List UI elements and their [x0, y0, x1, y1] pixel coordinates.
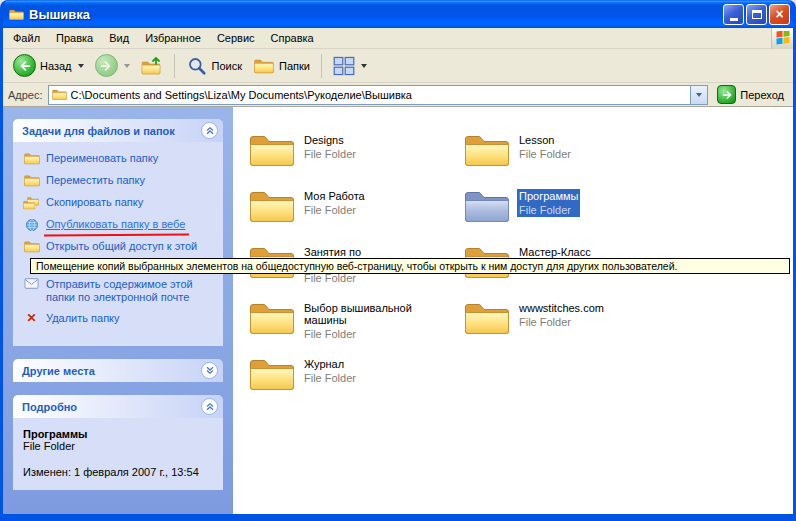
delete-x-icon: ✕	[23, 312, 40, 326]
go-label: Переход	[740, 89, 784, 101]
forward-icon	[95, 54, 118, 77]
go-button[interactable]: Переход	[713, 85, 788, 104]
menu-file[interactable]: Файл	[5, 29, 48, 47]
search-label: Поиск	[212, 60, 242, 72]
back-label: Назад	[40, 60, 72, 72]
chevron-down-icon[interactable]	[201, 362, 218, 379]
explorer-window: Вышивка × Файл Правка Вид Избранное Серв…	[0, 0, 796, 521]
menu-bar: Файл Правка Вид Избранное Сервис Справка	[3, 28, 793, 49]
minimize-button[interactable]	[723, 4, 744, 25]
views-dropdown-caret[interactable]	[361, 64, 367, 68]
task-rename-folder[interactable]: Переименовать папку	[23, 152, 217, 166]
file-tile[interactable]: Моя РаботаFile Folder	[249, 187, 454, 243]
folder-icon	[249, 299, 295, 337]
file-tasks-section: Задачи для файлов и папок Переименовать …	[13, 119, 223, 346]
search-button[interactable]: Поиск	[182, 54, 246, 78]
folders-icon	[253, 56, 275, 76]
file-tile[interactable]: DesignsFile Folder	[249, 131, 454, 187]
details-body: Программы File Folder Изменен: 1 февраля…	[13, 418, 223, 490]
main-area: Задачи для файлов и папок Переименовать …	[3, 107, 793, 514]
close-button[interactable]: ×	[769, 4, 790, 25]
file-list-area[interactable]: DesignsFile Folder LessonFile Folder Моя…	[233, 107, 793, 514]
file-tile[interactable]: ЖурналFile Folder	[249, 355, 454, 411]
details-name: Программы	[23, 428, 217, 440]
task-delete-folder[interactable]: ✕ Удалить папку	[23, 312, 217, 326]
windows-logo-icon	[771, 28, 793, 49]
menu-tools[interactable]: Сервис	[209, 29, 263, 47]
task-copy-folder[interactable]: Скопировать папку	[23, 196, 217, 210]
copy-folder-icon	[23, 196, 40, 210]
folder-icon	[464, 299, 510, 337]
folder-icon	[249, 131, 295, 169]
views-button[interactable]	[329, 54, 371, 78]
task-publish-folder[interactable]: Опубликовать папку в вебе	[23, 218, 217, 232]
file-tile[interactable]: wwwstitches.comFile Folder	[464, 299, 669, 355]
file-tasks-header[interactable]: Задачи для файлов и папок	[13, 119, 223, 142]
toolbar: Назад Поиск	[3, 49, 793, 83]
address-folder-icon	[52, 88, 67, 101]
window-folder-icon	[9, 8, 24, 21]
red-underline-annotation	[44, 233, 189, 236]
address-label: Адрес:	[8, 89, 43, 101]
menu-view[interactable]: Вид	[101, 29, 137, 47]
forward-button[interactable]	[91, 52, 134, 79]
details-header[interactable]: Подробно	[13, 395, 223, 418]
address-path[interactable]: C:\Documents and Settings\Liza\My Docume…	[71, 89, 687, 101]
task-email-folder[interactable]: Отправить содержимое этой папки по элект…	[23, 278, 217, 304]
folders-button[interactable]: Папки	[249, 54, 314, 78]
folder-icon	[249, 187, 295, 225]
rename-folder-icon	[23, 152, 40, 166]
file-tile-selected[interactable]: ПрограммыFile Folder	[464, 187, 669, 243]
go-icon	[717, 85, 736, 104]
email-icon	[23, 278, 40, 292]
file-tasks-title: Задачи для файлов и папок	[22, 125, 175, 137]
up-button[interactable]	[137, 54, 167, 78]
back-icon	[13, 54, 36, 77]
back-button[interactable]: Назад	[9, 52, 88, 79]
address-bar: Адрес: C:\Documents and Settings\Liza\My…	[3, 83, 793, 107]
task-pane: Задачи для файлов и папок Переименовать …	[3, 107, 233, 514]
details-type: File Folder	[23, 440, 217, 452]
share-folder-icon	[23, 240, 40, 254]
folder-icon	[464, 131, 510, 169]
forward-dropdown-caret[interactable]	[124, 64, 130, 68]
other-places-title: Другие места	[22, 365, 95, 377]
publish-tooltip: Помещение копий выбранных элементов на о…	[30, 258, 790, 274]
move-folder-icon	[23, 174, 40, 188]
search-icon	[186, 56, 208, 76]
chevron-up-icon[interactable]	[201, 122, 218, 139]
chevron-up-icon[interactable]	[201, 398, 218, 415]
views-icon	[333, 56, 355, 76]
folder-icon-selected	[464, 187, 510, 225]
up-folder-icon	[141, 56, 163, 76]
file-tile[interactable]: Выбор вышивальной машиныFile Folder	[249, 299, 454, 355]
back-dropdown-caret[interactable]	[78, 64, 84, 68]
task-move-folder[interactable]: Переместить папку	[23, 174, 217, 188]
publish-web-icon	[23, 218, 40, 232]
details-modified: Изменен: 1 февраля 2007 г., 13:54	[23, 466, 217, 478]
folders-label: Папки	[279, 60, 310, 72]
toolbar-separator	[174, 54, 175, 78]
details-section: Подробно Программы File Folder Изменен: …	[13, 395, 223, 490]
maximize-button[interactable]	[746, 4, 767, 25]
menu-favorites[interactable]: Избранное	[137, 29, 209, 47]
address-combo[interactable]: C:\Documents and Settings\Liza\My Docume…	[48, 85, 709, 105]
folder-icon	[249, 355, 295, 393]
file-tile[interactable]: LessonFile Folder	[464, 131, 669, 187]
menu-edit[interactable]: Правка	[48, 29, 101, 47]
details-title: Подробно	[22, 401, 77, 413]
other-places-section: Другие места	[13, 359, 223, 382]
window-title: Вышивка	[29, 7, 718, 22]
other-places-header[interactable]: Другие места	[13, 359, 223, 382]
menu-help[interactable]: Справка	[263, 29, 322, 47]
address-dropdown-button[interactable]	[690, 86, 707, 104]
toolbar-separator	[321, 54, 322, 78]
file-tasks-body: Переименовать папку Переместить папку Ск…	[13, 142, 223, 346]
title-bar[interactable]: Вышивка ×	[3, 0, 793, 28]
